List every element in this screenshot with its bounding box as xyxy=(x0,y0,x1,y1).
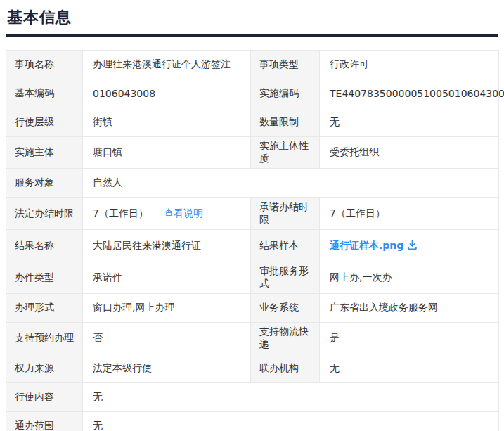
field-label-joint-agency: 联办机构 xyxy=(251,354,320,383)
table-row: 支持预约办理 否 支持物流快递 是 xyxy=(6,323,499,354)
view-explanation-link[interactable]: 查看说明 xyxy=(164,207,203,219)
table-row: 事项名称 办理往来港澳通行证个人游签注 事项类型 行政许可 xyxy=(6,51,499,79)
field-label-business-system: 业务系统 xyxy=(251,294,320,323)
field-value-approval-service-form: 网上办,一次办 xyxy=(320,262,499,294)
field-value-result-name: 大陆居民往来港澳通行证 xyxy=(83,230,251,262)
field-value-exercise-content: 无 xyxy=(83,383,499,412)
field-label-promised-time-limit: 承诺办结时限 xyxy=(251,198,320,230)
field-value-case-type: 承诺件 xyxy=(83,262,251,294)
field-value-joint-agency: 无 xyxy=(320,354,499,383)
field-value-item-name: 办理往来港澳通行证个人游签注 xyxy=(83,51,251,79)
field-value-quantity-limit: 无 xyxy=(320,108,499,137)
field-value-promised-time-limit: 7（工作日） xyxy=(320,198,499,230)
field-label-item-name: 事项名称 xyxy=(6,51,83,79)
download-icon xyxy=(407,240,418,252)
table-row: 通办范围 无 xyxy=(6,412,499,431)
field-value-handling-form: 窗口办理,网上办理 xyxy=(83,294,251,323)
statutory-time-limit-text: 7（工作日） xyxy=(93,207,148,219)
table-row: 权力来源 法定本级行使 联办机构 无 xyxy=(6,354,499,383)
field-label-logistics-support: 支持物流快递 xyxy=(251,323,320,354)
table-row: 行使内容 无 xyxy=(6,383,499,412)
field-label-quantity-limit: 数量限制 xyxy=(251,108,320,137)
field-value-impl-subject: 塘口镇 xyxy=(83,137,251,169)
field-label-result-sample: 结果样本 xyxy=(251,230,320,262)
field-label-exercise-level: 行使层级 xyxy=(6,108,83,137)
basic-info-section: 基本信息 事项名称 办理往来港澳通行证个人游签注 事项类型 行政许可 基本编码 … xyxy=(0,0,504,431)
table-row: 服务对象 自然人 xyxy=(6,169,499,198)
field-value-universal-scope: 无 xyxy=(83,412,499,431)
field-label-service-target: 服务对象 xyxy=(6,169,83,198)
field-value-logistics-support: 是 xyxy=(320,323,499,354)
field-label-impl-subject: 实施主体 xyxy=(6,137,83,169)
field-value-appointment-support: 否 xyxy=(83,323,251,354)
field-label-impl-code: 实施编码 xyxy=(251,79,320,108)
field-value-exercise-level: 街镇 xyxy=(83,108,251,137)
field-label-impl-subject-nature: 实施主体性质 xyxy=(251,137,320,169)
field-value-item-type: 行政许可 xyxy=(320,51,499,79)
field-label-basic-code: 基本编码 xyxy=(6,79,83,108)
table-row: 办理形式 窗口办理,网上办理 业务系统 广东省出入境政务服务网 xyxy=(6,294,499,323)
field-label-universal-scope: 通办范围 xyxy=(6,412,83,431)
page-title: 基本信息 xyxy=(6,0,498,34)
field-label-handling-form: 办理形式 xyxy=(6,294,83,323)
table-row: 法定办结时限 7（工作日）查看说明 承诺办结时限 7（工作日） xyxy=(6,198,499,230)
field-value-result-sample: 通行证样本.png xyxy=(320,230,499,262)
field-value-impl-subject-nature: 受委托组织 xyxy=(320,137,499,169)
field-label-result-name: 结果名称 xyxy=(6,230,83,262)
table-row: 基本编码 0106043008 实施编码 TE44078350000051005… xyxy=(6,79,499,108)
field-value-basic-code: 0106043008 xyxy=(83,79,251,108)
result-sample-file-name: 通行证样本.png xyxy=(330,240,403,252)
field-label-statutory-time-limit: 法定办结时限 xyxy=(6,198,83,230)
field-value-statutory-time-limit: 7（工作日）查看说明 xyxy=(83,198,251,230)
field-label-approval-service-form: 审批服务形式 xyxy=(251,262,320,294)
table-row: 实施主体 塘口镇 实施主体性质 受委托组织 xyxy=(6,137,499,169)
table-row: 结果名称 大陆居民往来港澳通行证 结果样本 通行证样本.png xyxy=(6,230,499,262)
field-label-power-source: 权力来源 xyxy=(6,354,83,383)
basic-info-table: 事项名称 办理往来港澳通行证个人游签注 事项类型 行政许可 基本编码 01060… xyxy=(6,50,499,431)
title-divider xyxy=(6,34,498,37)
field-label-appointment-support: 支持预约办理 xyxy=(6,323,83,354)
field-value-impl-code: TE440783500000510050106043008 xyxy=(320,79,499,108)
field-value-service-target: 自然人 xyxy=(83,169,499,198)
table-row: 行使层级 街镇 数量限制 无 xyxy=(6,108,499,137)
table-row: 办件类型 承诺件 审批服务形式 网上办,一次办 xyxy=(6,262,499,294)
field-label-exercise-content: 行使内容 xyxy=(6,383,83,412)
field-value-business-system: 广东省出入境政务服务网 xyxy=(320,294,499,323)
field-label-item-type: 事项类型 xyxy=(251,51,320,79)
result-sample-download-link[interactable]: 通行证样本.png xyxy=(330,240,418,252)
field-value-power-source: 法定本级行使 xyxy=(83,354,251,383)
field-label-case-type: 办件类型 xyxy=(6,262,83,294)
